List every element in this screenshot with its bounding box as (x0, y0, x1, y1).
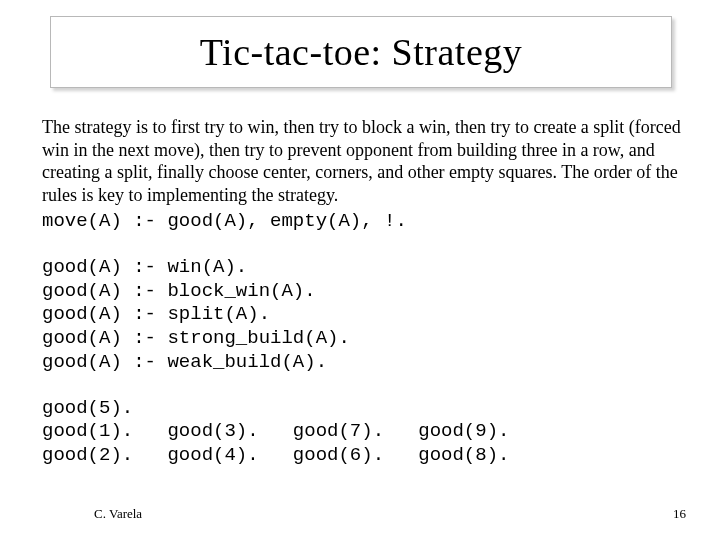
code-move-rule: move(A) :- good(A), empty(A), !. (42, 210, 682, 234)
slide-title: Tic-tac-toe: Strategy (200, 30, 523, 74)
code-good-facts: good(5). good(1). good(3). good(7). good… (42, 397, 682, 468)
footer-author: C. Varela (94, 506, 142, 522)
slide: Tic-tac-toe: Strategy The strategy is to… (0, 0, 720, 540)
footer-page-number: 16 (673, 506, 686, 522)
strategy-description: The strategy is to first try to win, the… (42, 116, 682, 206)
slide-body: The strategy is to first try to win, the… (42, 116, 682, 468)
code-good-rules: good(A) :- win(A). good(A) :- block_win(… (42, 256, 682, 375)
title-box: Tic-tac-toe: Strategy (50, 16, 672, 88)
